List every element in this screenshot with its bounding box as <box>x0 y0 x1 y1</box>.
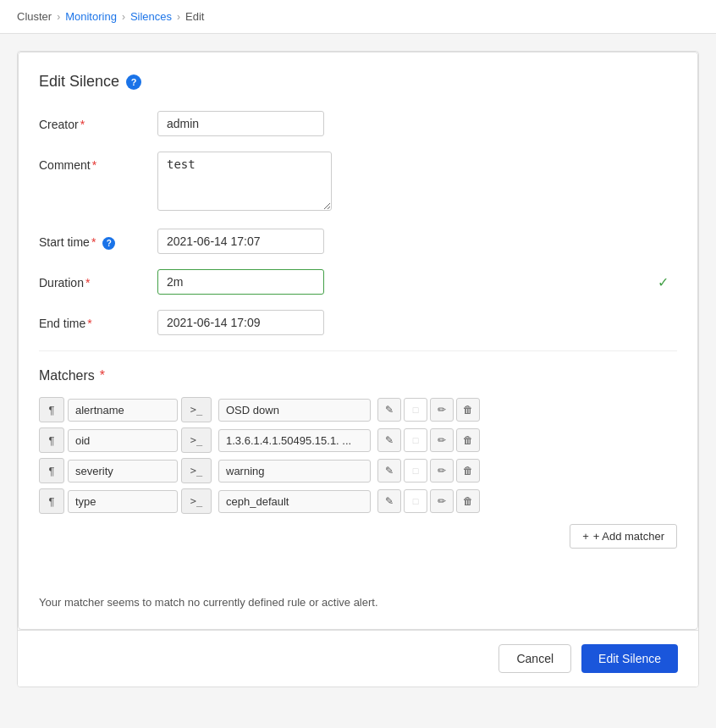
matcher-value-input-3[interactable] <box>218 490 371 513</box>
cancel-button[interactable]: Cancel <box>498 644 571 673</box>
matcher-value-input-0[interactable] <box>218 399 371 422</box>
regex-icon-1: ✎ <box>385 434 394 446</box>
paragraph-icon-0: ¶ <box>49 404 55 416</box>
breadcrumb-sep-1: › <box>57 11 60 23</box>
breadcrumb-sep-3: › <box>177 11 180 23</box>
creator-input[interactable] <box>157 111 324 136</box>
matcher-edit-btn-2[interactable]: ✏ <box>430 459 454 483</box>
breadcrumb-cluster: Cluster <box>17 10 52 23</box>
matcher-op-1: >_ <box>181 427 212 453</box>
plus-icon: + <box>582 530 589 543</box>
breadcrumb: Cluster › Monitoring › Silences › Edit <box>0 0 716 34</box>
matcher-name-input-2[interactable] <box>68 460 178 483</box>
checkbox-icon-1: □ <box>413 435 419 445</box>
matcher-delete-btn-3[interactable]: 🗑 <box>456 489 480 513</box>
matcher-paragraph-btn-1[interactable]: ¶ <box>39 427 64 453</box>
matcher-op-2: >_ <box>181 458 212 483</box>
edit-icon-0: ✏ <box>438 404 446 416</box>
page-title: Edit Silence <box>39 73 119 91</box>
matcher-name-input-0[interactable] <box>68 399 178 422</box>
matcher-edit-btn-1[interactable]: ✏ <box>430 428 454 452</box>
regex-icon-0: ✎ <box>385 404 394 416</box>
matcher-name-input-3[interactable] <box>68 490 178 513</box>
start-time-label: Start time* ? <box>39 229 140 250</box>
edit-icon-1: ✏ <box>438 434 446 446</box>
trash-icon-2: 🗑 <box>463 465 473 477</box>
breadcrumb-sep-2: › <box>122 11 125 23</box>
add-matcher-button[interactable]: + + Add matcher <box>570 524 677 549</box>
matcher-paragraph-btn-0[interactable]: ¶ <box>39 397 64 422</box>
matcher-checkbox-3[interactable]: □ <box>404 489 427 513</box>
matcher-delete-btn-1[interactable]: 🗑 <box>456 428 480 452</box>
regex-icon-3: ✎ <box>385 495 394 507</box>
footer-actions: Cancel Edit Silence <box>18 630 698 687</box>
matcher-edit-btn-3[interactable]: ✏ <box>430 489 454 513</box>
paragraph-icon-1: ¶ <box>49 434 55 447</box>
checkbox-icon-2: □ <box>413 466 419 476</box>
comment-input[interactable]: test <box>157 152 332 211</box>
breadcrumb-silences[interactable]: Silences <box>130 10 172 23</box>
duration-label: Duration* <box>39 269 140 290</box>
checkbox-icon-0: □ <box>413 405 419 415</box>
regex-icon-2: ✎ <box>385 465 394 477</box>
matcher-op-3: >_ <box>181 488 212 514</box>
start-time-input[interactable] <box>157 229 324 254</box>
matcher-edit-btn-0[interactable]: ✏ <box>430 398 454 422</box>
matcher-value-input-1[interactable] <box>218 429 371 452</box>
matcher-value-input-2[interactable] <box>218 460 371 483</box>
matcher-edit-regex-btn-0[interactable]: ✎ <box>377 398 401 422</box>
matcher-checkbox-2[interactable]: □ <box>404 459 427 483</box>
paragraph-icon-2: ¶ <box>49 465 55 477</box>
trash-icon-1: 🗑 <box>463 434 473 446</box>
matcher-op-0: >_ <box>181 397 212 422</box>
matcher-checkbox-0[interactable]: □ <box>404 398 427 422</box>
matcher-delete-btn-0[interactable]: 🗑 <box>456 398 480 422</box>
matcher-name-input-1[interactable] <box>68 429 178 452</box>
breadcrumb-edit: Edit <box>185 10 204 23</box>
checkbox-icon-3: □ <box>413 496 419 506</box>
matchers-table: ¶ >_ ✎ <box>39 397 677 514</box>
end-time-label: End time* <box>39 310 140 330</box>
edit-icon-2: ✏ <box>438 465 446 477</box>
matcher-edit-regex-btn-2[interactable]: ✎ <box>377 459 401 483</box>
help-icon[interactable]: ? <box>126 74 141 90</box>
duration-input[interactable] <box>157 269 324 295</box>
table-row: ¶ >_ ✎ <box>39 458 677 483</box>
matcher-warning: Your matcher seems to match no currently… <box>39 589 677 609</box>
end-time-input[interactable] <box>157 310 324 335</box>
edit-icon-3: ✏ <box>438 495 446 507</box>
start-time-help-icon[interactable]: ? <box>102 237 115 250</box>
valid-check-icon: ✓ <box>658 274 669 290</box>
matcher-edit-regex-btn-1[interactable]: ✎ <box>377 428 401 452</box>
comment-label: Comment* <box>39 152 140 172</box>
table-row: ¶ >_ ✎ <box>39 427 677 453</box>
table-row: ¶ >_ ✎ <box>39 397 677 422</box>
edit-silence-button[interactable]: Edit Silence <box>581 644 678 673</box>
trash-icon-3: 🗑 <box>463 495 473 507</box>
matcher-checkbox-1[interactable]: □ <box>404 428 427 452</box>
matchers-title: Matchers <box>39 368 95 383</box>
matcher-paragraph-btn-3[interactable]: ¶ <box>39 488 64 514</box>
creator-label: Creator* <box>39 111 140 131</box>
trash-icon-0: 🗑 <box>463 404 473 416</box>
paragraph-icon-3: ¶ <box>49 495 55 508</box>
breadcrumb-monitoring[interactable]: Monitoring <box>65 10 117 23</box>
matcher-delete-btn-2[interactable]: 🗑 <box>456 459 480 483</box>
matcher-paragraph-btn-2[interactable]: ¶ <box>39 458 64 483</box>
table-row: ¶ >_ ✎ <box>39 488 677 514</box>
matcher-edit-regex-btn-3[interactable]: ✎ <box>377 489 401 513</box>
